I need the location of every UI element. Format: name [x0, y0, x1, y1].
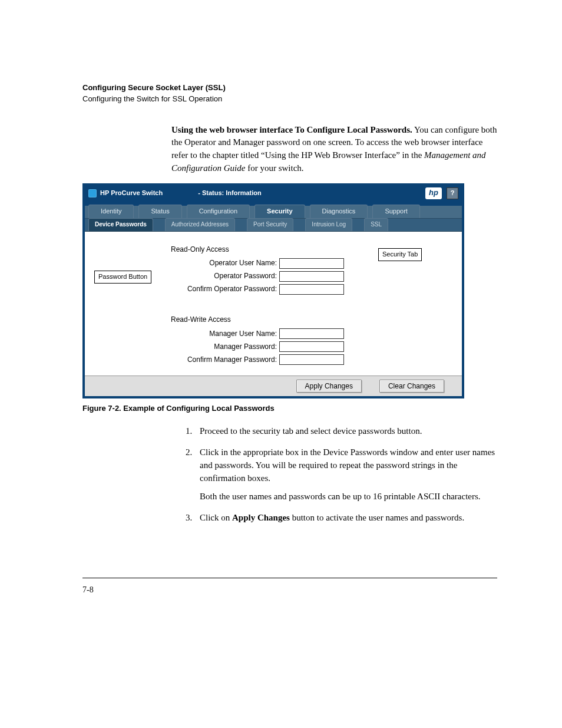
- confirm-operator-pw-input[interactable]: [279, 284, 344, 295]
- app-icon: [88, 189, 97, 197]
- manager-user-label: Manager User Name:: [179, 329, 279, 339]
- manager-pw-input[interactable]: [279, 341, 344, 352]
- app-title-prefix: HP ProCurve Switch: [100, 189, 163, 198]
- read-write-title: Read-Write Access: [171, 315, 455, 325]
- page-header-subtitle: Configuring the Switch for SSL Operation: [82, 94, 497, 105]
- page-header-title: Configuring Secure Socket Layer (SSL): [82, 83, 497, 94]
- callout-password-button: Password Button: [94, 271, 151, 284]
- step-2: Click in the appropriate box in the Devi…: [186, 446, 497, 503]
- operator-pw-label: Operator Password:: [179, 271, 279, 281]
- tab-status[interactable]: Status: [138, 205, 181, 218]
- help-button[interactable]: ?: [447, 187, 458, 199]
- footer-rule: [82, 578, 497, 578]
- manager-pw-label: Manager Password:: [179, 342, 279, 352]
- button-bar: Apply Changes Clear Changes: [85, 375, 462, 396]
- step-3: Click on Apply Changes button to activat…: [186, 512, 497, 525]
- operator-pw-input[interactable]: [279, 271, 344, 282]
- app-frame: HP ProCurve Switch - Status: Information…: [82, 183, 464, 399]
- confirm-manager-pw-input[interactable]: [279, 354, 344, 365]
- app-titlebar: HP ProCurve Switch - Status: Information…: [85, 186, 462, 201]
- page-number: 7-8: [82, 584, 497, 596]
- figure-wrapper: Password Button Security Tab HP ProCurve…: [82, 183, 497, 399]
- tab-configuration[interactable]: Configuration: [187, 205, 250, 218]
- confirm-operator-pw-label: Confirm Operator Password:: [179, 284, 279, 294]
- steps-list: Proceed to the security tab and select d…: [186, 425, 497, 525]
- confirm-manager-pw-label: Confirm Manager Password:: [179, 355, 279, 365]
- intro-body-b: for your switch.: [245, 163, 303, 173]
- figure-caption: Figure 7-2. Example of Configuring Local…: [82, 403, 497, 414]
- sub-tab-bar: Device Passwords Authorized Addresses Po…: [85, 219, 462, 232]
- subtab-intrusion-log[interactable]: Intrusion Log: [305, 218, 352, 231]
- subtab-port-security[interactable]: Port Security: [247, 218, 293, 231]
- operator-user-label: Operator User Name:: [179, 258, 279, 268]
- tab-diagnostics[interactable]: Diagnostics: [310, 205, 368, 218]
- tab-security[interactable]: Security: [254, 205, 305, 218]
- manager-user-input[interactable]: [279, 328, 344, 339]
- intro-paragraph: Using the web browser interface To Confi…: [171, 124, 497, 175]
- clear-changes-button[interactable]: Clear Changes: [379, 380, 444, 393]
- operator-user-input[interactable]: [279, 258, 344, 269]
- apply-changes-button[interactable]: Apply Changes: [296, 380, 362, 393]
- subtab-ssl[interactable]: SSL: [364, 218, 388, 231]
- intro-lead: Using the web browser interface To Confi…: [171, 125, 412, 134]
- tab-identity[interactable]: Identity: [88, 205, 134, 218]
- hp-logo-icon: hp: [425, 187, 442, 199]
- main-tab-bar: Identity Status Configuration Security D…: [85, 206, 462, 219]
- step-1: Proceed to the security tab and select d…: [186, 425, 497, 438]
- subtab-authorized-addresses[interactable]: Authorized Addresses: [165, 218, 235, 231]
- step-2-sub: Both the user names and passwords can be…: [200, 490, 497, 503]
- tab-support[interactable]: Support: [372, 205, 420, 218]
- callout-security-tab: Security Tab: [378, 248, 422, 261]
- app-title-status: - Status: Information: [198, 189, 262, 198]
- subtab-device-passwords[interactable]: Device Passwords: [88, 218, 153, 231]
